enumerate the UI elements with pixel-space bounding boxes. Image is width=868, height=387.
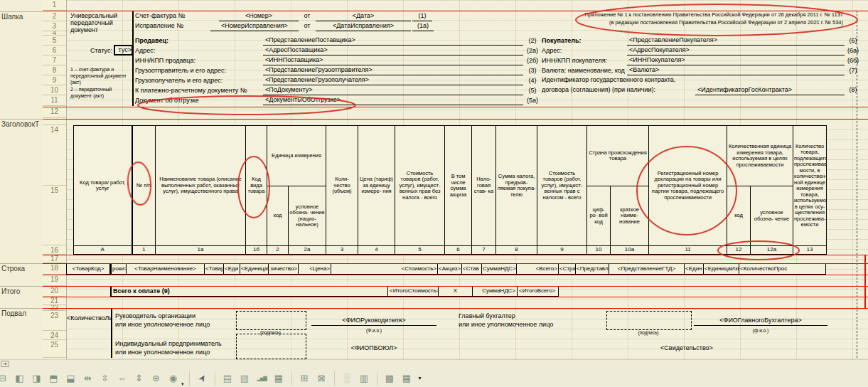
gov-contract-label-2[interactable]: договора (соглашения) (при наличии): (542, 85, 695, 95)
zoom-icon[interactable]: ◉ (166, 371, 181, 386)
accountant-line-2[interactable]: или иное уполномоченное лицо (459, 320, 608, 329)
data-row-cell-4[interactable]: <ТоварК (205, 264, 224, 274)
gov-contract-label-1[interactable]: Идентификатор государственного контракта… (542, 75, 705, 85)
text-document-icon[interactable]: ▤ (220, 371, 235, 386)
goods-table-header[interactable]: Код товара/ работ, услуг № п/п Наименова… (73, 125, 827, 255)
space-vertical-icon[interactable]: ⇳ (97, 371, 112, 386)
col-excise[interactable]: В том числе сумма акциза (445, 126, 472, 246)
section-label-4[interactable]: Итого (0, 286, 43, 295)
col-trace-unit-symbol[interactable]: условное обозна- чение (751, 186, 793, 246)
grid-area-icon[interactable]: ░ (340, 371, 355, 386)
certificate-cell[interactable]: <Свидетельство> (624, 344, 749, 353)
data-row-cell-2[interactable]: роки> (110, 264, 127, 274)
idx-4[interactable]: 4 (358, 246, 395, 255)
col-price[interactable]: Цена (тариф) за единицу измере- ния (358, 126, 395, 246)
gov-contract-value[interactable]: <ИдентификаторГосКонтракта> (695, 85, 845, 95)
consignee-value[interactable]: <ПредставлениеГрузополучателя> (263, 75, 523, 85)
row-header-19[interactable]: 19 (43, 275, 66, 286)
idx-2a[interactable]: 2а (289, 246, 326, 255)
seller-inn-value[interactable]: <ИННПоставщика> (263, 55, 523, 65)
idx-9[interactable]: 9 (537, 246, 587, 255)
seller-inn-label[interactable]: ИНН/КПП продавца: (135, 56, 262, 65)
table-borders-icon[interactable]: ▦ (400, 371, 414, 386)
idx-11[interactable]: 11 (649, 246, 727, 255)
director-signature-box[interactable] (236, 311, 306, 330)
idx-12[interactable]: 12 (727, 246, 751, 255)
idx-1[interactable]: 1 (132, 246, 156, 255)
correction-date-cell[interactable]: <ДатаИсправления> (316, 21, 411, 31)
totals-cell-2[interactable]: Х (438, 287, 472, 296)
data-row-cell-18[interactable]: <ЕдиницаИзме (704, 264, 739, 274)
seller-value[interactable]: <ПредставлениеПоставщика> (263, 36, 523, 46)
align-bottom-icon[interactable]: ⊟ (0, 371, 10, 386)
row-header-20[interactable]: 20 (43, 286, 66, 297)
col-tax-rate[interactable]: Нало- говая став- ка (472, 126, 496, 246)
totals-cell-3[interactable]: СуммаНДС> (472, 287, 517, 296)
invoice-date-cell[interactable]: <Дата> (316, 11, 411, 21)
idx-5[interactable]: 5 (395, 246, 445, 255)
buyer-address-value[interactable]: <АдресПокупателя> (627, 46, 845, 55)
status-cell-selected[interactable]: тус> (114, 45, 133, 55)
section-label-3[interactable]: Строка (0, 263, 43, 272)
idx-1a[interactable]: 1а (156, 246, 246, 255)
status-note-1[interactable]: 1 – счет-фактура и передаточный документ… (70, 66, 130, 85)
data-row-cell-1[interactable]: <ТоварКод> (66, 264, 110, 274)
buyer-value[interactable]: <ПредставлениеПокупателя> (627, 36, 845, 46)
col-trace-unit-group[interactable]: Количественная единица измерения товара,… (727, 126, 793, 186)
col-trace-quantity[interactable]: Количество товара, подлежащего прослежив… (793, 126, 827, 246)
data-row-cell-19[interactable]: <КоличествоПрос (739, 264, 826, 274)
buyer-inn-value[interactable]: <ИННПокупателя> (627, 55, 845, 65)
row-header-8[interactable]: 8 (43, 65, 66, 75)
seller-label[interactable]: Продавец: (135, 36, 262, 46)
col-trace-unit-code[interactable]: код (727, 186, 751, 246)
col-unit-code[interactable]: код (267, 186, 289, 246)
center-in-form-icon[interactable]: ⊕ (149, 371, 164, 386)
data-row-cell-8[interactable]: <Цена> (299, 264, 331, 274)
invoice-number-cell[interactable]: <Номер> (219, 11, 299, 21)
payment-doc-value[interactable]: <ПоДокументу> (263, 85, 523, 95)
data-row-cell-12[interactable]: СуммаНДС> (482, 264, 517, 274)
data-row-cell-5[interactable]: <Еди (224, 264, 240, 274)
idx-1b[interactable]: 1б (246, 246, 267, 255)
director-fio-cell[interactable]: <ФИОРуководителя> (311, 316, 436, 326)
row-header-23[interactable]: 23 (43, 311, 66, 331)
idx-7[interactable]: 7 (472, 246, 496, 255)
accountant-fio-cell[interactable]: <ФИОГлавногоБухгалтера> (694, 316, 827, 326)
row-header-7[interactable]: 7 (43, 55, 66, 65)
row-header-3[interactable]: 3 (43, 21, 66, 31)
data-row-cell-14[interactable]: <Стра (559, 264, 576, 274)
row-header-17[interactable]: 17 (43, 255, 66, 263)
correction-number-cell[interactable]: <НомерИсправления> (210, 21, 299, 31)
data-row-cell-3[interactable]: <ТоварНаименование> (127, 264, 205, 274)
idx-6[interactable]: 6 (445, 246, 472, 255)
chart-icon[interactable]: ▂▅▇ (254, 371, 269, 386)
idx-a[interactable]: А (74, 246, 132, 255)
entrepreneur-fio-cell[interactable]: <ФИОПБОЮЛ> (311, 344, 436, 353)
row-header-2[interactable]: 2 (43, 11, 66, 21)
row-header-10[interactable]: 10 (43, 85, 66, 95)
data-row-cell-9[interactable]: <Стоимость> (331, 264, 438, 274)
row-header-25[interactable]: 25 (43, 340, 66, 358)
data-row-cell-16[interactable]: <ПредставлениеГТД> (609, 264, 685, 274)
idx-12a[interactable]: 12а (751, 246, 793, 255)
data-row-cell-11[interactable]: <Став (462, 264, 482, 274)
row-header-1[interactable]: 1 (43, 0, 66, 11)
invoice-label[interactable]: Счет-фактура № (135, 11, 219, 21)
totals-strip[interactable]: Всего к оплате (9)<ИтогоСтоимость>ХСумма… (110, 286, 559, 297)
accountant-signature-box[interactable] (606, 311, 692, 330)
idx-2[interactable]: 2 (267, 246, 289, 255)
insert-rows-icon[interactable]: ⊞ (297, 371, 312, 386)
data-row-cell-15[interactable]: <Представл (576, 264, 609, 274)
spreadsheet-document-icon[interactable]: ▧ (237, 371, 252, 386)
consignee-label[interactable]: Грузополучатель и его адрес: (135, 76, 262, 85)
section-label-1[interactable]: Шапка (0, 11, 43, 21)
center-horizontal-icon[interactable]: ⬒ (46, 371, 61, 386)
shipping-doc-label[interactable]: Документ об отгрузке (135, 96, 262, 105)
consignor-value[interactable]: <ПредставлениеГрузоотправителя> (263, 65, 523, 75)
col-cost-wo-tax[interactable]: Стоимость товаров (работ, услуг), имущес… (395, 126, 445, 246)
currency-value[interactable]: <Валюта> (627, 65, 845, 75)
col-quantity[interactable]: Коли- чество (объем) (326, 126, 358, 246)
data-row-cell-6[interactable]: <ЕдиницаИ (240, 264, 269, 274)
buyer-label[interactable]: Покупатель: (542, 36, 626, 46)
currency-label[interactable]: Валюта: наименование, код (542, 66, 627, 75)
